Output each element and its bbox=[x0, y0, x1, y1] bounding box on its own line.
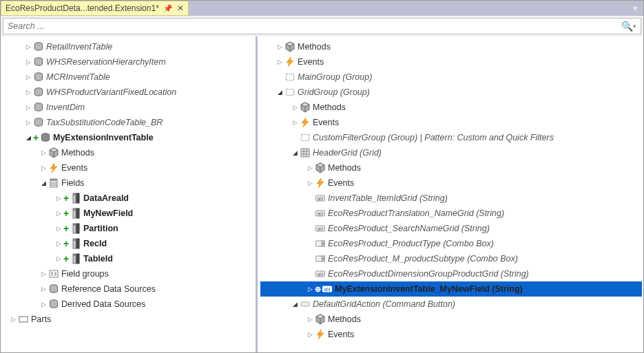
tree-node[interactable]: ◢DefaultGridAction (Command Button) bbox=[260, 297, 642, 312]
collapse-icon[interactable]: ◢ bbox=[291, 301, 299, 308]
expand-icon[interactable]: ▷ bbox=[24, 119, 32, 126]
document-tab[interactable]: EcoResProductDeta...tended.Extension1* 📌… bbox=[1, 1, 189, 16]
expand-icon[interactable]: ▷ bbox=[291, 104, 299, 111]
tree-node[interactable]: ▷+TableId bbox=[3, 251, 254, 266]
expand-icon[interactable]: ▷ bbox=[306, 331, 314, 338]
tree-node[interactable]: ▷+Partition bbox=[3, 221, 254, 236]
expand-icon[interactable]: ▷ bbox=[54, 225, 63, 232]
tree-node[interactable]: ▷Derived Data Sources bbox=[3, 297, 254, 312]
tree-node[interactable]: ▷Methods bbox=[3, 145, 254, 160]
tree-node[interactable]: ablEcoResProductDimensionGroupProductGri… bbox=[260, 266, 642, 281]
tree-node[interactable]: ▷Events bbox=[260, 175, 642, 191]
tree-node[interactable]: ablEcoResProductTranslation_NameGrid (St… bbox=[260, 206, 642, 221]
collapse-icon[interactable]: ◢ bbox=[24, 134, 32, 141]
tree-node[interactable]: ▷Field groups bbox=[3, 266, 254, 281]
tree-node[interactable]: ▷Methods bbox=[260, 312, 642, 327]
tree-node[interactable]: ablEcoResProduct_SearchNameGrid (String) bbox=[260, 221, 642, 236]
expand-icon[interactable]: ▷ bbox=[291, 119, 299, 126]
tree-node[interactable]: ▷Methods bbox=[260, 160, 642, 175]
expand-icon[interactable]: ▷ bbox=[39, 286, 48, 292]
collapse-icon[interactable]: ◢ bbox=[291, 149, 299, 156]
pin-icon[interactable]: 📌 bbox=[163, 4, 173, 13]
svg-rect-21 bbox=[73, 239, 76, 241]
tree-node-label: WHSReservationHierarchyItem bbox=[45, 57, 166, 67]
tree-node-label: Events bbox=[326, 330, 354, 339]
tab-title: EcoResProductDeta...tended.Extension1* bbox=[6, 3, 159, 13]
expand-icon[interactable]: ▷ bbox=[24, 104, 32, 111]
tree-node[interactable]: ablInventTable_ItemIdGrid (String) bbox=[260, 191, 642, 206]
expand-icon[interactable]: ▷ bbox=[24, 43, 32, 50]
bolt-icon bbox=[314, 329, 326, 340]
fieldcol-icon bbox=[70, 223, 82, 234]
expand-icon[interactable]: ▷ bbox=[24, 89, 32, 96]
tree-node-label: EcoResProduct_ProductType (Combo Box) bbox=[326, 239, 494, 248]
expand-icon[interactable]: ▷ bbox=[24, 74, 32, 81]
tree-node-label: Fields bbox=[60, 178, 84, 188]
fields-icon bbox=[48, 178, 60, 189]
tree-node[interactable]: ▷Events bbox=[3, 160, 254, 175]
search-dropdown-icon[interactable]: ▾ bbox=[633, 23, 636, 30]
tree-node[interactable]: EcoResProduct_M_productSubtype (Combo Bo… bbox=[260, 251, 642, 266]
close-icon[interactable]: ✕ bbox=[177, 3, 184, 13]
expand-icon[interactable]: ▷ bbox=[306, 180, 314, 186]
expand-icon[interactable]: ▷ bbox=[39, 164, 48, 171]
tree-node[interactable]: ▷TaxSubstitutionCodeTable_BR bbox=[3, 115, 254, 130]
tree-node[interactable]: ▷Methods bbox=[260, 39, 642, 54]
svg-text:abl: abl bbox=[318, 211, 324, 216]
tab-overflow-icon[interactable]: ▼ bbox=[632, 4, 639, 12]
tree-node[interactable]: ◢Fields bbox=[3, 175, 254, 191]
expand-icon[interactable]: ▷ bbox=[306, 316, 314, 323]
expand-icon[interactable]: ▷ bbox=[54, 240, 63, 247]
tree-node[interactable]: ▷RetailInventTable bbox=[3, 39, 254, 54]
expand-icon[interactable]: ▷ bbox=[276, 58, 284, 65]
group-icon bbox=[284, 72, 296, 83]
tree-node[interactable]: EcoResProduct_ProductType (Combo Box) bbox=[260, 236, 642, 251]
tree-node[interactable]: ◢GridGroup (Group) bbox=[260, 85, 642, 100]
tree-node[interactable]: ▷Events bbox=[260, 54, 642, 69]
search-input[interactable] bbox=[8, 21, 619, 31]
tree-node-label: RetailInventTable bbox=[45, 42, 112, 52]
tree-node[interactable]: ▷Reference Data Sources bbox=[3, 281, 254, 297]
expand-icon[interactable]: ▷ bbox=[24, 58, 32, 65]
tree-node[interactable]: ▷+MyNewField bbox=[3, 206, 254, 221]
svg-rect-35 bbox=[301, 149, 309, 157]
expand-icon[interactable]: ▷ bbox=[39, 149, 48, 156]
tree-node[interactable]: CustomFilterGroup (Group) | Pattern: Cus… bbox=[260, 130, 642, 145]
expand-icon[interactable]: ▷ bbox=[39, 301, 48, 308]
tree-node[interactable]: ◢+MyExtensionInventTable bbox=[3, 130, 254, 145]
tree-node[interactable]: ▷+DataAreaId bbox=[3, 191, 254, 206]
tree-node-label: Methods bbox=[326, 314, 361, 324]
tree-node[interactable]: ◢HeaderGrid (Grid) bbox=[260, 145, 642, 160]
tree-node[interactable]: ▷Events bbox=[260, 115, 642, 130]
expand-icon[interactable]: ▷ bbox=[54, 195, 63, 202]
expand-icon[interactable]: ▷ bbox=[39, 270, 48, 277]
expand-icon[interactable]: ▷ bbox=[9, 316, 17, 323]
combo-icon bbox=[314, 253, 326, 264]
expand-icon[interactable]: ▷ bbox=[54, 210, 63, 217]
tree-node[interactable]: ▷Parts bbox=[3, 312, 254, 327]
search-icon[interactable]: 🔍 bbox=[619, 21, 633, 32]
tree-node[interactable]: ▷MCRInventTable bbox=[3, 69, 254, 85]
tree-node[interactable]: ▷Methods bbox=[260, 100, 642, 115]
new-indicator-icon: + bbox=[32, 132, 39, 143]
tree-node[interactable]: MainGroup (Group) bbox=[260, 69, 642, 85]
group-icon bbox=[299, 132, 311, 143]
tree-node[interactable]: ▷⊕ablMyExtensionInventTable_MyNewField (… bbox=[260, 281, 642, 297]
collapse-icon[interactable]: ◢ bbox=[39, 180, 48, 186]
svg-rect-12 bbox=[73, 193, 76, 195]
tree-node-label: EcoResProductDimensionGroupProductGrid (… bbox=[326, 269, 529, 279]
expand-icon[interactable]: ▷ bbox=[54, 255, 63, 262]
cube-icon bbox=[299, 102, 311, 113]
new-indicator-icon: + bbox=[63, 208, 70, 219]
tree-node[interactable]: ▷InventDim bbox=[3, 100, 254, 115]
tree-node[interactable]: ▷WHSProductVariantFixedLocation bbox=[3, 85, 254, 100]
expand-icon[interactable]: ▷ bbox=[306, 286, 314, 292]
collapse-icon[interactable]: ◢ bbox=[276, 89, 284, 96]
expand-icon[interactable]: ▷ bbox=[306, 164, 314, 171]
expand-icon[interactable]: ▷ bbox=[276, 43, 284, 50]
tree-node[interactable]: ▷WHSReservationHierarchyItem bbox=[3, 54, 254, 69]
new-indicator-icon: + bbox=[63, 253, 70, 264]
tree-node[interactable]: ▷Events bbox=[260, 327, 642, 342]
tree-node[interactable]: ▷+RecId bbox=[3, 236, 254, 251]
tree-node-label: InventTable_ItemIdGrid (String) bbox=[326, 193, 448, 203]
